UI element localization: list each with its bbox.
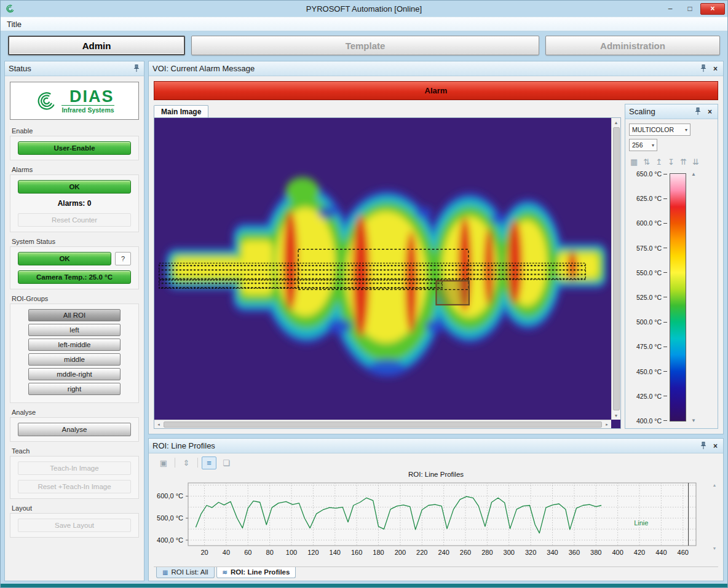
svg-text:400,0 °C: 400,0 °C: [157, 536, 183, 544]
pin-icon[interactable]: [699, 442, 707, 450]
close-panel-icon[interactable]: ×: [711, 65, 719, 73]
horizontal-scroll-thumb[interactable]: [164, 421, 602, 428]
voi-panel: VOI: Current Alarm Message × Alarm Main …: [148, 61, 724, 434]
maximize-icon[interactable]: □: [681, 3, 699, 15]
vertical-scrollbar[interactable]: ▲ ▼: [611, 118, 620, 420]
alarm-count-text: Alarms: 0: [18, 199, 131, 208]
scroll-up-icon[interactable]: ▲: [612, 118, 620, 127]
palette-select-value: MULTICOLOR: [632, 126, 674, 133]
scale-down-icon[interactable]: ↧: [668, 157, 675, 167]
svg-text:160: 160: [351, 549, 362, 556]
levels-select[interactable]: 256 ▾: [629, 139, 657, 151]
tab-administration[interactable]: Administration: [545, 36, 720, 55]
titlebar[interactable]: PYROSOFT Automation [Online] – □ ×: [1, 1, 727, 17]
scroll-right-icon[interactable]: ▸: [603, 420, 611, 429]
svg-text:260: 260: [460, 549, 471, 556]
system-ok-button[interactable]: OK: [18, 252, 111, 265]
scale-min-icon[interactable]: ⇊: [692, 157, 699, 167]
scale-tick: 425.0 °C: [629, 393, 667, 400]
close-panel-icon[interactable]: ×: [711, 442, 719, 450]
enable-section-label: Enable: [12, 127, 139, 135]
camera-temp-button[interactable]: Camera Temp.: 25.0 °C: [18, 270, 131, 284]
scale-tick-labels: 650.0 °C625.0 °C600.0 °C575.0 °C550.0 °C…: [629, 170, 667, 425]
teach-section-label: Teach: [12, 447, 139, 455]
chart-region: ROI: Line Profiles 204060801001201401601…: [154, 471, 718, 566]
svg-text:500,0 °C: 500,0 °C: [157, 514, 183, 522]
reset-counter-button[interactable]: Reset Counter: [18, 213, 131, 227]
scale-max-icon[interactable]: ⇈: [680, 157, 687, 167]
roi-group-button[interactable]: left-middle: [28, 339, 121, 351]
status-panel-header[interactable]: Status: [5, 61, 144, 76]
analyse-group: Analyse: [10, 417, 139, 442]
scale-down-arrow-icon[interactable]: ▼: [691, 418, 696, 423]
horizontal-scrollbar[interactable]: ◂ ▸: [154, 420, 611, 428]
voi-panel-header[interactable]: VOI: Current Alarm Message ×: [149, 61, 723, 76]
close-icon[interactable]: ×: [700, 3, 725, 15]
pin-icon[interactable]: [694, 108, 702, 116]
copy-icon[interactable]: ❏: [219, 457, 234, 469]
window-bottom-edge: [1, 584, 727, 587]
teach-in-image-button[interactable]: Teach-In Image: [18, 461, 131, 475]
palette-grid-icon[interactable]: ▦: [630, 157, 638, 167]
tab-main-image[interactable]: Main Image: [154, 105, 208, 117]
chart-down-arrow-icon[interactable]: ▼: [713, 546, 717, 551]
thermal-image-viewport[interactable]: ▲ ▼ ◂ ▸: [154, 117, 621, 429]
roi-group-button[interactable]: left: [28, 324, 121, 336]
tab-template[interactable]: Template: [191, 36, 539, 55]
scale-updown-icon[interactable]: ⇅: [643, 157, 650, 167]
roi-bottom-tab[interactable]: ≋ROI: Line Profiles: [216, 567, 296, 578]
scroll-down-icon[interactable]: ▼: [612, 411, 620, 420]
svg-text:200: 200: [395, 549, 406, 556]
roi-group-button[interactable]: All ROI: [28, 309, 121, 321]
close-panel-icon[interactable]: ×: [706, 108, 714, 116]
scroll-left-icon[interactable]: ◂: [154, 420, 163, 429]
thermal-image[interactable]: [154, 118, 611, 420]
menubar-title: Title: [7, 20, 22, 29]
dias-swirl-icon: [34, 89, 58, 112]
enable-group: User-Enable: [10, 136, 139, 160]
roi-panel-header[interactable]: ROI: Line Profiles ×: [149, 439, 723, 453]
roi-bottom-tab[interactable]: ▦ROI List: All: [156, 567, 215, 578]
scale-tick: 550.0 °C: [629, 269, 667, 276]
pin-icon[interactable]: [132, 65, 140, 73]
svg-text:180: 180: [373, 549, 384, 556]
export-chart-icon[interactable]: ▣: [156, 457, 171, 469]
chart-up-arrow-icon[interactable]: ▲: [713, 483, 717, 487]
pin-icon[interactable]: [699, 65, 707, 73]
scale-up-icon[interactable]: ↥: [655, 157, 662, 167]
roi-group-button[interactable]: right: [28, 383, 121, 395]
scale-up-arrow-icon[interactable]: ▲: [691, 171, 696, 177]
sort-values-icon[interactable]: ⇕: [179, 457, 194, 469]
roi-group-button[interactable]: middle: [28, 353, 121, 366]
temperature-colorbar: [670, 173, 686, 421]
main-image-area: Main Image: [154, 104, 621, 429]
svg-text:Linie: Linie: [634, 519, 648, 527]
roi-line-profiles-panel: ROI: Line Profiles × ▣⇕≡❏ ROI: Line Prof…: [148, 438, 724, 581]
user-enable-button[interactable]: User-Enable: [18, 141, 131, 155]
scale-tick: 625.0 °C: [629, 195, 667, 202]
minimize-icon[interactable]: –: [661, 3, 679, 15]
layout-group: Save Layout: [10, 513, 139, 538]
reset-teach-in-image-button[interactable]: Reset +Teach-In Image: [18, 480, 131, 493]
list-view-icon[interactable]: ≡: [202, 457, 216, 469]
vertical-scroll-thumb[interactable]: [613, 127, 620, 410]
scaling-panel-body: MULTICOLOR ▾ 256 ▾ ▦⇅↥↧⇈⇊ 650.0 °C625.0 …: [625, 119, 718, 428]
line-profiles-chart[interactable]: 2040608010012014016018020022024026028030…: [154, 480, 706, 559]
alarms-group: OK Alarms: 0 Reset Counter: [10, 174, 139, 232]
roi-groups-group: All ROIleftleft-middlemiddlemddle-rightr…: [10, 304, 139, 403]
tab-admin[interactable]: Admin: [8, 36, 185, 55]
tab-label: ROI: Line Profiles: [231, 568, 290, 576]
scaling-panel-header[interactable]: Scaling ×: [625, 104, 718, 119]
help-button[interactable]: ?: [115, 252, 131, 265]
scale-tick: 525.0 °C: [629, 294, 667, 301]
save-layout-button[interactable]: Save Layout: [18, 519, 131, 532]
alarms-ok-button[interactable]: OK: [18, 180, 131, 194]
app-window: PYROSOFT Automation [Online] – □ × Title…: [0, 0, 728, 588]
tab-icon: ▦: [162, 569, 168, 576]
svg-text:420: 420: [634, 549, 645, 556]
svg-text:300: 300: [504, 549, 515, 556]
roi-group-button[interactable]: mddle-right: [28, 368, 121, 380]
logo-subtitle: Infrared Systems: [61, 105, 114, 114]
analyse-button[interactable]: Analyse: [18, 423, 131, 436]
palette-select[interactable]: MULTICOLOR ▾: [629, 123, 690, 136]
